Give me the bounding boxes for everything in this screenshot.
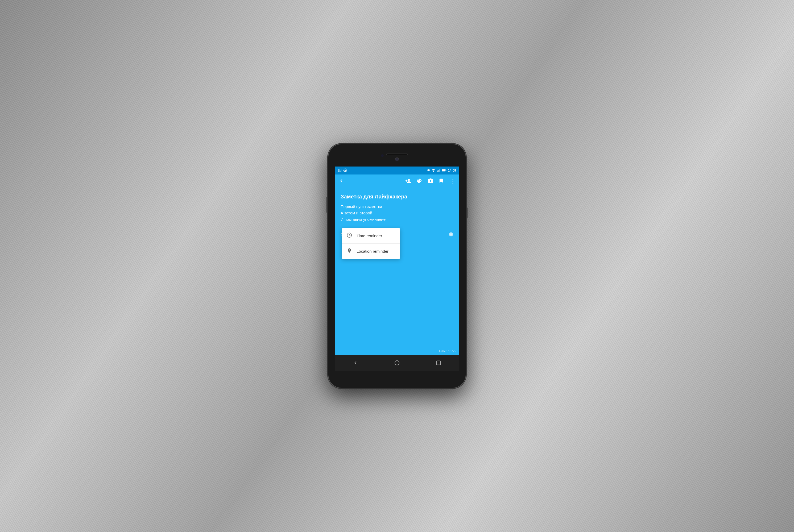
reminder-close-button[interactable] [449,232,453,238]
status-time: 14:09 [448,169,456,172]
svg-point-2 [345,170,346,171]
svg-marker-3 [432,169,435,170]
front-camera [395,157,399,161]
svg-marker-5 [433,171,434,171]
status-bar: 14:09 [335,167,459,174]
toolbar-icons: ⋮ [405,178,456,185]
front-sensor [381,154,384,157]
volume-button[interactable] [326,197,328,213]
power-button[interactable] [466,208,468,218]
reminder-dropdown: Time reminder Location reminder [342,228,400,259]
toolbar: ⋮ [335,174,459,188]
clock-icon [346,232,352,239]
settings-status-icon [343,168,347,173]
palette-icon[interactable] [416,178,422,185]
svg-point-19 [395,361,399,365]
nav-bar [335,355,459,371]
signal-icon [437,168,440,173]
speaker-grille [386,153,408,155]
status-right-icons: 14:09 [427,168,456,173]
svg-rect-20 [437,361,441,365]
svg-point-6 [433,171,434,172]
status-left-icons [338,168,347,173]
svg-rect-10 [440,169,440,172]
svg-rect-9 [439,169,439,172]
back-nav-button[interactable] [349,357,361,369]
screen: 14:09 [335,167,459,371]
camera-icon[interactable] [428,178,433,185]
back-button[interactable] [338,178,344,185]
svg-point-1 [339,169,340,170]
time-reminder-label: Time reminder [357,233,382,238]
location-icon [346,248,352,254]
battery-icon [442,169,447,172]
svg-rect-12 [442,169,445,171]
top-bezel [330,147,464,167]
phone-frame: 14:09 [328,144,466,388]
add-person-icon[interactable] [405,178,411,185]
svg-rect-7 [437,171,437,172]
more-options-icon[interactable]: ⋮ [450,178,456,184]
svg-rect-8 [438,170,438,172]
note-content: Заметка для Лайфхакера Первый пункт заме… [335,188,459,355]
note-title: Заметка для Лайфхакера [341,194,453,200]
location-reminder-label: Location reminder [357,249,389,253]
vibrate-icon [427,168,430,173]
wifi-icon [432,168,435,173]
note-body: Первый пункт заметки А затем и второй И … [341,204,453,223]
svg-rect-13 [446,170,447,171]
recent-nav-button[interactable] [433,357,445,369]
edited-timestamp: Edited 13:55 [439,349,456,353]
save-icon[interactable] [439,178,445,185]
time-reminder-option[interactable]: Time reminder [342,228,400,243]
location-reminder-option[interactable]: Location reminder [342,243,400,259]
home-nav-button[interactable] [391,357,403,369]
gallery-status-icon [338,168,342,173]
